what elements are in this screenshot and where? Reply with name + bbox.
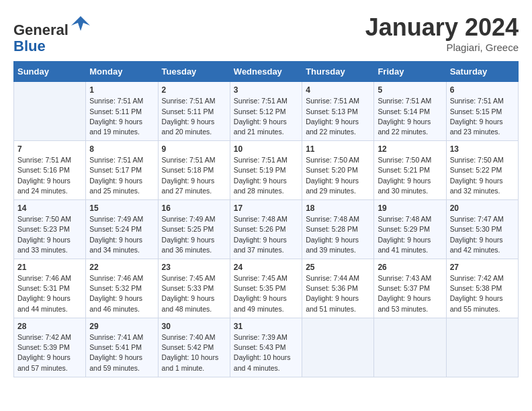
month-title: January 2024 [365, 13, 519, 42]
day-number: 14 [17, 203, 82, 213]
day-number: 15 [89, 203, 154, 213]
calendar-cell: 5 Sunrise: 7:51 AMSunset: 5:14 PMDayligh… [374, 82, 446, 141]
logo-general: General [13, 21, 69, 38]
calendar-header-row: Sunday Monday Tuesday Wednesday Thursday… [14, 62, 519, 82]
calendar-cell: 26 Sunrise: 7:43 AMSunset: 5:37 PMDaylig… [374, 259, 446, 318]
calendar-cell: 9 Sunrise: 7:51 AMSunset: 5:18 PMDayligh… [158, 141, 230, 200]
calendar-cell: 7 Sunrise: 7:51 AMSunset: 5:16 PMDayligh… [14, 141, 86, 200]
calendar-cell: 10 Sunrise: 7:51 AMSunset: 5:19 PMDaylig… [230, 141, 302, 200]
day-number: 8 [89, 144, 154, 154]
calendar-cell: 16 Sunrise: 7:49 AMSunset: 5:25 PMDaylig… [158, 200, 230, 259]
day-info: Sunrise: 7:48 AMSunset: 5:28 PMDaylight:… [306, 214, 370, 255]
day-info: Sunrise: 7:42 AMSunset: 5:39 PMDaylight:… [17, 332, 82, 373]
calendar-cell: 2 Sunrise: 7:51 AMSunset: 5:11 PMDayligh… [158, 82, 230, 141]
calendar-cell: 4 Sunrise: 7:51 AMSunset: 5:13 PMDayligh… [302, 82, 374, 141]
col-sunday: Sunday [14, 62, 86, 82]
day-info: Sunrise: 7:51 AMSunset: 5:16 PMDaylight:… [17, 155, 82, 196]
day-info: Sunrise: 7:46 AMSunset: 5:31 PMDaylight:… [17, 273, 82, 314]
day-number: 23 [162, 263, 226, 272]
day-number: 9 [162, 144, 226, 154]
day-info: Sunrise: 7:48 AMSunset: 5:26 PMDaylight:… [234, 214, 298, 255]
logo-blue: Blue [13, 38, 46, 54]
logo-bird-icon [70, 13, 91, 35]
calendar-cell: 21 Sunrise: 7:46 AMSunset: 5:31 PMDaylig… [14, 259, 86, 318]
day-info: Sunrise: 7:43 AMSunset: 5:37 PMDaylight:… [378, 273, 442, 314]
calendar-week-row: 14 Sunrise: 7:50 AMSunset: 5:23 PMDaylig… [14, 200, 519, 259]
day-number: 20 [450, 203, 515, 213]
day-number: 10 [234, 144, 298, 154]
day-number: 3 [234, 85, 298, 95]
calendar-cell: 15 Sunrise: 7:49 AMSunset: 5:24 PMDaylig… [86, 200, 158, 259]
day-info: Sunrise: 7:50 AMSunset: 5:21 PMDaylight:… [378, 155, 442, 196]
svg-marker-0 [71, 16, 90, 31]
day-number: 26 [378, 263, 442, 272]
calendar-cell [14, 82, 86, 141]
col-wednesday: Wednesday [230, 62, 302, 82]
day-number: 21 [17, 263, 82, 272]
day-number: 4 [306, 85, 370, 95]
calendar-cell: 12 Sunrise: 7:50 AMSunset: 5:21 PMDaylig… [374, 141, 446, 200]
day-number: 2 [162, 85, 226, 95]
day-info: Sunrise: 7:48 AMSunset: 5:29 PMDaylight:… [378, 214, 442, 255]
day-info: Sunrise: 7:40 AMSunset: 5:42 PMDaylight:… [162, 332, 226, 373]
day-info: Sunrise: 7:41 AMSunset: 5:41 PMDaylight:… [89, 332, 154, 373]
calendar-cell: 13 Sunrise: 7:50 AMSunset: 5:22 PMDaylig… [446, 141, 518, 200]
day-info: Sunrise: 7:50 AMSunset: 5:23 PMDaylight:… [17, 214, 82, 255]
calendar-week-row: 1 Sunrise: 7:51 AMSunset: 5:11 PMDayligh… [14, 82, 519, 141]
day-number: 29 [89, 322, 154, 331]
day-number: 12 [378, 144, 442, 154]
calendar-cell: 29 Sunrise: 7:41 AMSunset: 5:41 PMDaylig… [86, 318, 158, 377]
calendar-week-row: 21 Sunrise: 7:46 AMSunset: 5:31 PMDaylig… [14, 259, 519, 318]
calendar-cell: 1 Sunrise: 7:51 AMSunset: 5:11 PMDayligh… [86, 82, 158, 141]
calendar-cell: 17 Sunrise: 7:48 AMSunset: 5:26 PMDaylig… [230, 200, 302, 259]
day-number: 17 [234, 203, 298, 213]
logo: General Blue [13, 13, 91, 54]
day-info: Sunrise: 7:51 AMSunset: 5:11 PMDaylight:… [89, 96, 154, 137]
day-info: Sunrise: 7:51 AMSunset: 5:19 PMDaylight:… [234, 155, 298, 196]
day-number: 24 [234, 263, 298, 272]
day-info: Sunrise: 7:51 AMSunset: 5:17 PMDaylight:… [89, 155, 154, 196]
calendar-week-row: 28 Sunrise: 7:42 AMSunset: 5:39 PMDaylig… [14, 318, 519, 377]
calendar-cell: 27 Sunrise: 7:42 AMSunset: 5:38 PMDaylig… [446, 259, 518, 318]
calendar-cell [446, 318, 518, 377]
calendar-cell: 20 Sunrise: 7:47 AMSunset: 5:30 PMDaylig… [446, 200, 518, 259]
calendar-cell [302, 318, 374, 377]
calendar-cell: 22 Sunrise: 7:46 AMSunset: 5:32 PMDaylig… [86, 259, 158, 318]
day-number: 5 [378, 85, 442, 95]
day-number: 30 [162, 322, 226, 331]
day-info: Sunrise: 7:49 AMSunset: 5:24 PMDaylight:… [89, 214, 154, 255]
calendar-cell: 11 Sunrise: 7:50 AMSunset: 5:20 PMDaylig… [302, 141, 374, 200]
day-info: Sunrise: 7:50 AMSunset: 5:22 PMDaylight:… [450, 155, 515, 196]
day-info: Sunrise: 7:51 AMSunset: 5:14 PMDaylight:… [378, 96, 442, 137]
day-info: Sunrise: 7:47 AMSunset: 5:30 PMDaylight:… [450, 214, 515, 255]
calendar-cell: 8 Sunrise: 7:51 AMSunset: 5:17 PMDayligh… [86, 141, 158, 200]
calendar-cell: 23 Sunrise: 7:45 AMSunset: 5:33 PMDaylig… [158, 259, 230, 318]
day-info: Sunrise: 7:49 AMSunset: 5:25 PMDaylight:… [162, 214, 226, 255]
day-info: Sunrise: 7:46 AMSunset: 5:32 PMDaylight:… [89, 273, 154, 314]
col-saturday: Saturday [446, 62, 518, 82]
calendar-cell: 6 Sunrise: 7:51 AMSunset: 5:15 PMDayligh… [446, 82, 518, 141]
day-info: Sunrise: 7:42 AMSunset: 5:38 PMDaylight:… [450, 273, 515, 314]
calendar-cell: 31 Sunrise: 7:39 AMSunset: 5:43 PMDaylig… [230, 318, 302, 377]
day-number: 7 [17, 144, 82, 154]
calendar-cell: 30 Sunrise: 7:40 AMSunset: 5:42 PMDaylig… [158, 318, 230, 377]
day-number: 27 [450, 263, 515, 272]
day-number: 25 [306, 263, 370, 272]
day-info: Sunrise: 7:51 AMSunset: 5:15 PMDaylight:… [450, 96, 515, 137]
calendar-cell: 3 Sunrise: 7:51 AMSunset: 5:12 PMDayligh… [230, 82, 302, 141]
day-info: Sunrise: 7:51 AMSunset: 5:13 PMDaylight:… [306, 96, 370, 137]
day-info: Sunrise: 7:51 AMSunset: 5:18 PMDaylight:… [162, 155, 226, 196]
day-number: 19 [378, 203, 442, 213]
day-info: Sunrise: 7:50 AMSunset: 5:20 PMDaylight:… [306, 155, 370, 196]
day-number: 22 [89, 263, 154, 272]
day-number: 18 [306, 203, 370, 213]
day-info: Sunrise: 7:51 AMSunset: 5:11 PMDaylight:… [162, 96, 226, 137]
location: Plagiari, Greece [365, 42, 519, 53]
col-thursday: Thursday [302, 62, 374, 82]
day-number: 16 [162, 203, 226, 213]
col-tuesday: Tuesday [158, 62, 230, 82]
day-number: 28 [17, 322, 82, 331]
calendar-cell: 28 Sunrise: 7:42 AMSunset: 5:39 PMDaylig… [14, 318, 86, 377]
day-info: Sunrise: 7:45 AMSunset: 5:35 PMDaylight:… [234, 273, 298, 314]
day-number: 13 [450, 144, 515, 154]
